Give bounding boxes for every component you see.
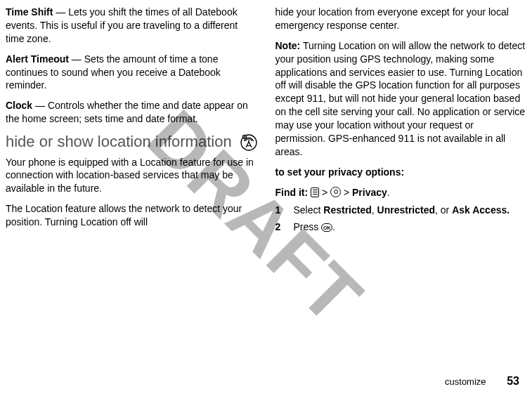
paragraph-location-intro: Your phone is equipped with a Location f…	[6, 156, 257, 196]
nav-key-icon	[330, 187, 341, 197]
paragraph-hide-cont: hide your location from everyone except …	[275, 6, 527, 32]
location-antenna-icon	[240, 134, 257, 151]
left-column: Time Shift — Lets you shift the times of…	[6, 6, 257, 238]
step-2: 2 Press OK.	[275, 220, 527, 234]
s1a: Select	[294, 204, 324, 216]
paragraph-clock: Clock — Controls whether the time and da…	[6, 99, 257, 126]
label-clock: Clock	[6, 100, 32, 111]
paragraph-location-cont: The Location feature allows the network …	[6, 202, 257, 229]
step-1: 1 Select Restricted, Unrestricted, or As…	[275, 204, 527, 217]
step-1-text: Select Restricted, Unrestricted, or Ask …	[294, 204, 510, 217]
s1b: Restricted	[323, 204, 371, 216]
note-text: Turning Location on will allow the netwo…	[275, 40, 526, 157]
find-sep-1: >	[322, 187, 330, 198]
subheading-privacy: to set your privacy options:	[275, 166, 527, 179]
paragraph-note: Note: Turning Location on will allow the…	[275, 39, 527, 159]
find-period: .	[387, 187, 390, 198]
ok-key-icon: OK	[321, 223, 332, 232]
page-footer: customize 53	[445, 374, 519, 389]
label-alerttimeout: Alert Timeout	[6, 53, 69, 65]
find-sep-2: >	[344, 187, 352, 198]
s1d: Unrestricted	[377, 204, 435, 216]
paragraph-timeshift: Time Shift — Lets you shift the times of…	[6, 6, 257, 46]
footer-page-number: 53	[507, 375, 519, 387]
find-privacy: Privacy	[352, 187, 387, 198]
section-title-text: hide or show location information	[6, 133, 235, 151]
menu-key-icon	[311, 187, 319, 197]
s1c: ,	[372, 204, 377, 216]
content-columns: Time Shift — Lets you shift the times of…	[6, 6, 526, 238]
find-it-line: Find it: > > Privacy.	[275, 186, 527, 199]
s1f: Ask Access.	[452, 204, 510, 216]
s2a: Press	[294, 221, 322, 232]
right-column: hide your location from everyone except …	[275, 6, 527, 238]
label-timeshift: Time Shift	[6, 6, 53, 18]
s1e: , or	[435, 204, 452, 216]
step-1-number: 1	[275, 204, 285, 217]
footer-section: customize	[445, 376, 486, 387]
note-label: Note:	[275, 40, 301, 51]
section-heading-location: hide or show location information	[6, 133, 257, 151]
find-it-label: Find it:	[275, 187, 311, 198]
step-2-text: Press OK.	[294, 220, 336, 234]
step-2-number: 2	[275, 220, 285, 234]
text-clock: — Controls whether the time and date app…	[6, 100, 248, 124]
paragraph-alerttimeout: Alert Timeout — Sets the amount of time …	[6, 53, 257, 93]
s2b: .	[332, 221, 335, 232]
